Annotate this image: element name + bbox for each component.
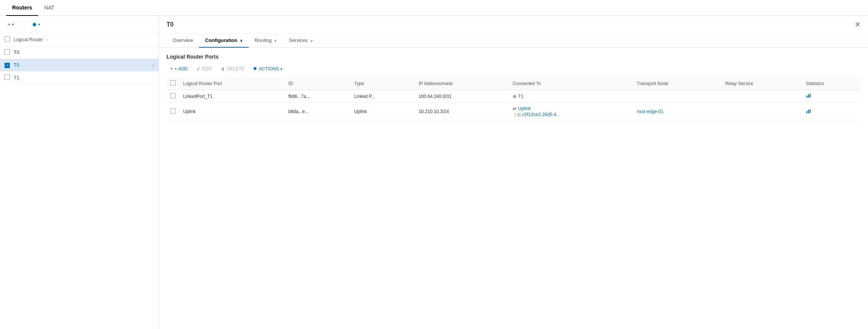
tab-overview[interactable]: Overview	[166, 34, 199, 48]
table-edit-button[interactable]: EDIT	[192, 64, 216, 73]
logical-router-header-label: Logical Router ↑	[14, 37, 154, 42]
col-header-connected: Connected To	[509, 77, 633, 90]
row1-stats	[802, 90, 860, 103]
svg-rect-4	[808, 110, 809, 113]
vm-icon: ⊡	[517, 112, 521, 117]
configuration-chevron: ∨	[240, 39, 243, 43]
table-actions-button[interactable]: ACTIONS ▾	[249, 64, 286, 73]
row2-ip: 10.210.10.3/24	[415, 103, 509, 121]
col-header-logical-router-port: Logical Router Port	[179, 77, 285, 90]
row1-relay	[722, 90, 802, 103]
list-item[interactable]: T1	[0, 71, 159, 84]
tab-nat[interactable]: NAT	[38, 0, 61, 16]
stats-icon-row2[interactable]	[806, 110, 811, 115]
edit-icon-table	[196, 67, 201, 71]
router-name-t0-selected: T0	[14, 62, 146, 68]
row1-connected-link[interactable]: T1	[518, 94, 523, 99]
settings-chevron: ▾	[38, 22, 40, 26]
trash-icon-table	[221, 67, 225, 71]
table-add-button[interactable]: + + ADD	[166, 64, 191, 73]
table-row: Uplink b8da...e... Uplink 10.210.10.3/24…	[166, 103, 860, 121]
right-panel-title: T0	[166, 21, 174, 28]
logical-router-ports-table: Logical Router Port ID Type IP Address/m…	[166, 77, 860, 121]
table-toolbar: + + ADD EDIT DELETE ACTIONS ▾	[166, 64, 860, 73]
plus-icon-table: +	[170, 66, 173, 71]
row-checkbox-t1[interactable]	[5, 74, 10, 80]
table-header-row: Logical Router Port ID Type IP Address/m…	[166, 77, 860, 90]
top-tabs-bar: Routers NAT	[0, 0, 868, 16]
globe-icon: ⊕	[513, 94, 516, 99]
row1-connected: ⊕ T1	[509, 90, 633, 103]
row1-transport	[633, 90, 721, 103]
svg-rect-1	[808, 95, 809, 98]
add-button[interactable]: + ▾	[5, 20, 17, 29]
gear-icon	[32, 22, 37, 27]
settings-button[interactable]: ▾	[29, 20, 43, 29]
svg-rect-5	[809, 109, 810, 113]
tab-services[interactable]: Services ∨	[283, 34, 319, 48]
main-layout: + ▾ ▾	[0, 16, 868, 329]
actions-chevron: ▾	[280, 67, 282, 71]
row2-secondary-link[interactable]: c5f12ce2-26d5-4...	[522, 112, 560, 117]
row-checkbox-t0-selected[interactable]: ✓	[5, 63, 10, 68]
row-arrow-selected: ›	[146, 62, 154, 68]
row1-name: LinkedPort_T1	[179, 90, 285, 103]
svg-rect-2	[809, 94, 810, 98]
edit-button[interactable]	[18, 23, 22, 26]
gear-icon-table	[253, 67, 257, 71]
row2-id: b8da...e...	[285, 103, 350, 121]
tab-configuration[interactable]: Configuration ∨	[199, 34, 249, 48]
svg-rect-3	[806, 111, 807, 113]
select-all-checkbox[interactable]	[5, 36, 10, 42]
row1-ip: 100.64.240.0/31	[415, 90, 509, 103]
row2-connected-link[interactable]: Uplink	[518, 106, 530, 111]
col-header-ip: IP Address/mask	[415, 77, 509, 90]
table-row: LinkedPort_T1 fb66...7a... Linked P... 1…	[166, 90, 860, 103]
row1-type: Linked P...	[350, 90, 415, 103]
col-header-relay: Relay Service	[722, 77, 802, 90]
row2-relay	[722, 103, 802, 121]
row1-id: fb66...7a...	[285, 90, 350, 103]
routing-chevron: ∨	[274, 39, 277, 43]
row2-stats	[802, 103, 860, 121]
router-list-header: Logical Router ↑	[0, 33, 159, 46]
router-name-t1: T1	[14, 75, 146, 81]
row2-transport-link[interactable]: nsxt-edge-01	[637, 109, 663, 114]
tab-routing[interactable]: Routing ∨	[249, 34, 283, 48]
left-panel: + ▾ ▾	[0, 16, 159, 329]
right-panel-header: T0 ✕	[159, 16, 868, 34]
table-header-checkbox	[166, 77, 179, 90]
row2-type: Uplink	[350, 103, 415, 121]
col-header-stats: Statistics	[802, 77, 860, 90]
section-title: Logical Router Ports	[166, 54, 860, 60]
right-panel: T0 ✕ Overview Configuration ∨ Routing ∨ …	[159, 16, 868, 329]
delete-button[interactable]	[23, 23, 27, 26]
list-item[interactable]: ✓ T0 ›	[0, 59, 159, 71]
stats-icon-row1[interactable]	[806, 94, 811, 99]
list-item[interactable]: T0	[0, 46, 159, 59]
router-list: Logical Router ↑ T0 ✓	[0, 33, 159, 329]
row2-transport: nsxt-edge-01	[633, 103, 721, 121]
col-header-type: Type	[350, 77, 415, 90]
row1-checkbox[interactable]	[170, 93, 176, 98]
table-select-all-checkbox[interactable]	[170, 80, 176, 85]
add-chevron: ▾	[12, 22, 14, 26]
row2-connected: ⇌ Uplink ( ⊡ c5f12ce2-26d5-4...	[509, 103, 633, 121]
col-header-id: ID	[285, 77, 350, 90]
uplink-icon: ⇌	[513, 106, 516, 111]
row-checkbox-t0[interactable]	[5, 49, 10, 54]
row2-checkbox[interactable]	[170, 109, 176, 114]
table-delete-button[interactable]: DELETE	[217, 64, 248, 73]
col-header-transport: Transport Node	[633, 77, 721, 90]
left-toolbar: + ▾ ▾	[0, 16, 159, 33]
plus-icon: +	[8, 22, 11, 27]
services-chevron: ∨	[310, 39, 313, 43]
tab-routers[interactable]: Routers	[6, 0, 38, 16]
paren-open: (	[514, 112, 516, 117]
detail-tabs: Overview Configuration ∨ Routing ∨ Servi…	[159, 34, 868, 48]
close-button[interactable]: ✕	[855, 20, 860, 29]
row2-name: Uplink	[179, 103, 285, 121]
router-name-t0-unselected: T0	[14, 50, 146, 55]
sort-arrow: ↑	[46, 38, 48, 42]
content-area: Logical Router Ports + + ADD EDIT DELETE	[159, 48, 868, 329]
